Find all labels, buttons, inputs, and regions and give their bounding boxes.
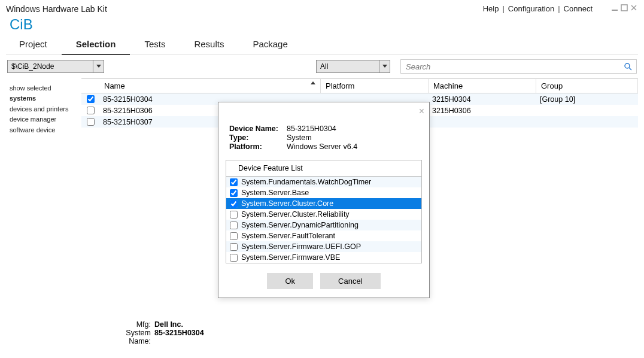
svg-point-2 — [625, 63, 630, 68]
device-name-label: Device Name: — [229, 125, 287, 133]
feature-checkbox[interactable] — [230, 254, 238, 262]
feature-checkbox[interactable] — [230, 211, 238, 219]
tab-package[interactable]: Package — [238, 35, 302, 55]
maximize-icon[interactable] — [620, 4, 628, 14]
search-box[interactable] — [400, 59, 637, 74]
feature-label: System.Server.Cluster.Core — [241, 199, 333, 208]
close-icon[interactable] — [630, 4, 638, 14]
svg-rect-1 — [621, 5, 627, 11]
feature-row[interactable]: System.Server.Firmware.UEFI.GOP — [226, 241, 421, 252]
platform-label: Platform: — [229, 142, 287, 151]
feature-label: System.Server.Firmware.UEFI.GOP — [241, 242, 361, 251]
column-platform[interactable]: Platform — [321, 79, 429, 93]
chevron-down-icon[interactable] — [93, 60, 104, 73]
row-checkbox[interactable] — [87, 118, 95, 126]
pool-select-value[interactable] — [7, 60, 93, 73]
feature-row[interactable]: System.Server.Base — [226, 187, 421, 198]
feature-label: System.Server.DynamicPartitioning — [241, 221, 359, 229]
cell-machine: 3215H0304 — [429, 95, 536, 104]
tab-tests[interactable]: Tests — [130, 35, 180, 55]
feature-row[interactable]: System.Server.Cluster.Core — [226, 198, 421, 209]
chevron-down-icon[interactable] — [379, 60, 390, 73]
feature-checkbox[interactable] — [230, 232, 238, 240]
ok-button[interactable]: Ok — [267, 273, 313, 289]
feature-row[interactable]: System.Server.Firmware.VBE — [226, 252, 421, 263]
feature-checkbox[interactable] — [230, 243, 238, 251]
sidebar-item-devices-and-printers[interactable]: devices and printers — [10, 104, 78, 114]
feature-label: System.Server.Firmware.VBE — [241, 253, 340, 262]
feature-row[interactable]: System.Fundamentals.WatchDogTimer — [226, 177, 421, 187]
cell-machine: 3215H0306 — [429, 107, 536, 115]
column-group[interactable]: Group — [536, 79, 638, 93]
pool-select[interactable] — [7, 60, 104, 73]
column-name[interactable]: Name — [99, 79, 321, 93]
type-value: System — [287, 134, 312, 142]
feature-checkbox[interactable] — [230, 189, 238, 197]
menu-connect[interactable]: Connect — [564, 4, 593, 13]
tab-selection[interactable]: Selection — [62, 35, 130, 55]
feature-row[interactable]: System.Server.FaultTolerant — [226, 230, 421, 241]
mfg-value: Dell Inc. — [154, 320, 183, 329]
details-panel: Mfg:Dell Inc. System Name:85-3215H0304 — [103, 320, 204, 345]
menu-configuration[interactable]: Configuration — [508, 4, 554, 13]
feature-list-header: Device Feature List — [226, 160, 421, 177]
feature-row[interactable]: System.Server.Cluster.Reliability — [226, 209, 421, 220]
row-checkbox[interactable] — [87, 95, 95, 103]
edit-system-dialog: × Device Name:85-3215H0304 Type:System P… — [218, 102, 430, 298]
menu-separator: | — [502, 4, 504, 13]
svg-rect-0 — [612, 10, 618, 11]
window-title: Windows Hardware Lab Kit — [6, 4, 483, 14]
sort-indicator-icon — [311, 78, 315, 87]
column-machine[interactable]: Machine — [429, 79, 536, 93]
search-icon[interactable] — [619, 62, 636, 71]
platform-value: Windows Server v6.4 — [287, 142, 357, 151]
type-label: Type: — [229, 134, 287, 142]
project-name: CiB — [0, 16, 644, 35]
feature-checkbox[interactable] — [230, 200, 238, 208]
system-name-value: 85-3215H0304 — [154, 329, 204, 345]
feature-label: System.Server.Cluster.Reliability — [241, 210, 350, 219]
menu-help[interactable]: Help — [483, 4, 499, 13]
feature-checkbox[interactable] — [230, 222, 238, 229]
feature-label: System.Server.Base — [241, 189, 309, 197]
menu-separator: | — [558, 4, 560, 13]
sidebar-item-systems[interactable]: systems — [10, 93, 78, 104]
device-name-value: 85-3215H0304 — [287, 125, 336, 133]
sidebar-item-software-device[interactable]: software device — [10, 125, 78, 135]
filter-select[interactable] — [316, 60, 390, 73]
feature-label: System.Fundamentals.WatchDogTimer — [241, 178, 371, 186]
tab-results[interactable]: Results — [180, 35, 238, 55]
column-checkbox — [81, 79, 99, 93]
cancel-button[interactable]: Cancel — [320, 273, 380, 289]
feature-list[interactable]: System.Fundamentals.WatchDogTimerSystem.… — [226, 177, 421, 263]
minimize-icon[interactable] — [610, 4, 619, 14]
feature-row[interactable]: System.Server.DynamicPartitioning — [226, 220, 421, 230]
menu-bar: Help | Configuration | Connect — [483, 4, 593, 13]
mfg-label: Mfg: — [103, 320, 151, 329]
category-sidebar: show selectedsystemsdevices and printers… — [6, 78, 81, 135]
system-name-label: System Name: — [103, 329, 151, 345]
filter-select-value[interactable] — [316, 60, 379, 73]
sidebar-item-show-selected[interactable]: show selected — [10, 83, 78, 93]
sidebar-item-device-manager[interactable]: device manager — [10, 114, 78, 125]
feature-label: System.Server.FaultTolerant — [241, 232, 335, 240]
dialog-close-button[interactable]: × — [419, 106, 424, 117]
cell-group: [Group 10] — [536, 95, 638, 104]
search-input[interactable] — [401, 61, 619, 72]
feature-checkbox[interactable] — [230, 178, 238, 186]
tab-project[interactable]: Project — [5, 35, 62, 55]
row-checkbox[interactable] — [87, 107, 95, 114]
